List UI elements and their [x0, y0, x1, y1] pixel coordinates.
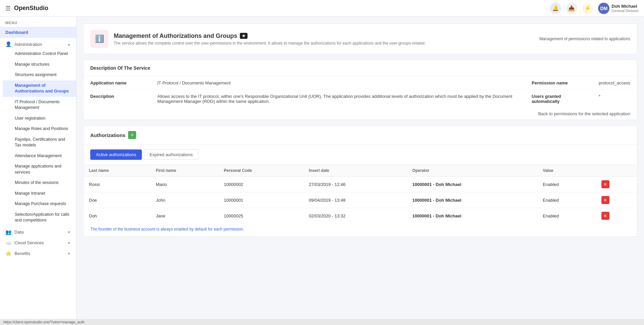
back-to-permissions-link[interactable]: Back to permissions for the selected app…	[538, 111, 630, 116]
sidebar-item-management-auth[interactable]: Management of Authorizations and Groups	[3, 80, 76, 97]
first-name-cell: John	[151, 192, 219, 208]
sidebar-item-admin-control-panel[interactable]: Administration Control Panel	[3, 49, 76, 59]
auth-table-header-row: Last name First name Personal Code Inser…	[84, 165, 637, 177]
auth-table-body: Rossi Mario 10000002 27/03/2019 - 12:46 …	[84, 177, 637, 224]
col-first-name: First name	[151, 165, 219, 177]
auth-title: Authorizations	[90, 132, 125, 138]
sidebar-item-manage-roles[interactable]: Manage Roles and Positions	[3, 124, 76, 134]
auth-tab-bar: Active authorizations Expired authorizat…	[84, 145, 637, 165]
sidebar-item-selection-application[interactable]: Selection/Application for calls and comp…	[3, 209, 76, 226]
cloud-section-label: Cloud Services	[14, 240, 44, 245]
users-granted-value: *	[592, 90, 637, 108]
admin-section-label: Administration	[14, 42, 42, 47]
authorizations-section: Authorizations + Active authorizations E…	[83, 125, 637, 237]
tab-expired-authorizations[interactable]: Expired authorizations	[144, 149, 199, 160]
menu-label: MENU	[0, 17, 76, 27]
footer-note: The founder of the business account is a…	[84, 223, 637, 236]
col-action	[596, 165, 637, 177]
description-section: Description Of The Service Application n…	[83, 60, 637, 120]
personal-code-cell: 10000001	[218, 192, 304, 208]
chevron-down-icon: ▼	[67, 252, 71, 256]
table-row: Doe John 10000001 09/04/2019 - 13:48 100…	[84, 192, 637, 208]
last-name-cell: Rossi	[84, 177, 151, 192]
lightning-icon[interactable]: ⚡	[582, 3, 593, 14]
page-header-right: Management of permissions related to app…	[539, 37, 630, 41]
first-name-cell: Mario	[151, 177, 219, 192]
action-cell: ✕	[596, 208, 637, 224]
table-row: Doh Jane 10000025 02/03/2020 - 13:32 100…	[84, 208, 637, 224]
delete-row-button[interactable]: ✕	[601, 196, 609, 204]
action-cell: ✕	[596, 192, 637, 208]
user-info: Doh Michael General Division	[611, 4, 639, 13]
topnav-right: 🔔 📥 ⚡ DM Doh Michael General Division	[550, 3, 639, 14]
user-menu[interactable]: DM Doh Michael General Division	[598, 3, 639, 14]
users-granted-label: Users granted automatically	[525, 90, 592, 108]
statusbar: https://client.openstudio.one/?view=mana…	[0, 319, 644, 325]
permission-name-label: Permission name	[525, 76, 592, 90]
user-dept: General Division	[611, 9, 639, 13]
col-insert-date: Insert date	[304, 165, 407, 177]
sidebar-item-dashboard[interactable]: Dashboard	[0, 27, 76, 38]
tab-active-authorizations[interactable]: Active authorizations	[90, 149, 142, 160]
info-icon: ℹ️	[95, 35, 104, 43]
desc-row-2: Description Allows access to the IT prot…	[84, 90, 637, 108]
last-name-cell: Doe	[84, 192, 151, 208]
bell-icon[interactable]: 🔔	[550, 3, 561, 14]
sidebar-section-benefits[interactable]: ⭐ Benefits ▼	[0, 247, 76, 258]
benefits-section-label: Benefits	[14, 251, 30, 256]
desc-row-1: Application name IT Protocol / Documents…	[84, 76, 637, 90]
col-operator: Operator	[407, 165, 537, 177]
sidebar-item-manage-applications[interactable]: Manage applications and services	[3, 161, 76, 178]
topnav: ☰ OpenStudio 🔔 📥 ⚡ DM Doh Michael Genera…	[0, 0, 644, 17]
personal-code-cell: 10000025	[218, 208, 304, 224]
sidebar-section-administration[interactable]: 👤 Administration ▲	[0, 38, 76, 49]
avatar: DM	[598, 3, 609, 14]
topnav-left: ☰ OpenStudio	[5, 5, 48, 12]
sidebar-item-it-protocol[interactable]: IT Protocol / Documents Management	[3, 97, 76, 113]
insert-date-cell: 27/03/2019 - 12:46	[304, 177, 407, 192]
description-value: Allows access to the IT protocol, within…	[151, 90, 525, 108]
operator-cell: 10000001 - Doh Michael	[407, 177, 537, 192]
auth-table: Last name First name Personal Code Inser…	[84, 165, 637, 223]
sidebar: MENU Dashboard 👤 Administration ▲ Admini…	[0, 17, 76, 325]
sidebar-section-cloud-services[interactable]: ☁️ Cloud Services ▼	[0, 237, 76, 247]
inbox-icon[interactable]: 📥	[566, 3, 577, 14]
hamburger-icon[interactable]: ☰	[5, 5, 11, 12]
dashboard-label: Dashboard	[5, 30, 28, 35]
page-header-text: Management of Authorizations and Groups …	[114, 32, 534, 46]
sidebar-item-minutes-sessions[interactable]: Minutes of the sessions	[3, 178, 76, 188]
main-content: ℹ️ Management of Authorizations and Grou…	[76, 17, 644, 325]
page-title: Management of Authorizations and Groups …	[114, 32, 534, 40]
permission-name-value: protocol_access	[592, 76, 637, 90]
layout: MENU Dashboard 👤 Administration ▲ Admini…	[0, 17, 644, 325]
page-header-desc: The service allows the complete control …	[114, 41, 534, 46]
col-value: Value	[537, 165, 596, 177]
first-name-cell: Jane	[151, 208, 219, 224]
back-link-row: Back to permissions for the selected app…	[84, 108, 637, 120]
description-title: Description Of The Service	[84, 60, 637, 76]
status-url: https://client.openstudio.one/?view=mana…	[3, 320, 85, 324]
value-cell: Enabled	[537, 208, 596, 224]
sidebar-item-attendance[interactable]: Attendance Management	[3, 151, 76, 161]
table-row: Rossi Mario 10000002 27/03/2019 - 12:46 …	[84, 177, 637, 192]
sidebar-item-user-registration[interactable]: User registration	[3, 113, 76, 124]
sidebar-item-manage-intranet[interactable]: Manage Intranet	[3, 188, 76, 199]
admin-sub-items: Administration Control Panel Manage stru…	[0, 49, 76, 226]
app-name-label: Application name	[84, 76, 151, 90]
sidebar-item-manage-purchase[interactable]: Manage Purchase requests	[3, 199, 76, 209]
sidebar-item-payslips[interactable]: Payslips, Certifications and Tax models	[3, 134, 76, 151]
chevron-down-icon: ▼	[67, 241, 71, 245]
delete-row-button[interactable]: ✕	[601, 212, 609, 220]
value-cell: Enabled	[537, 192, 596, 208]
sidebar-section-data[interactable]: 👥 Data ▼	[0, 226, 76, 237]
col-last-name: Last name	[84, 165, 151, 177]
page-header-card: ℹ️ Management of Authorizations and Grou…	[83, 23, 637, 54]
description-table: Application name IT Protocol / Documents…	[84, 76, 637, 108]
insert-date-cell: 02/03/2020 - 13:32	[304, 208, 407, 224]
auth-table-head: Last name First name Personal Code Inser…	[84, 165, 637, 177]
sidebar-item-structures-assignment[interactable]: Structures assignment	[3, 70, 76, 80]
add-authorization-button[interactable]: +	[128, 131, 136, 139]
operator-cell: 10000001 - Doh Michael	[407, 208, 537, 224]
sidebar-item-manage-structures[interactable]: Manage structures	[3, 59, 76, 70]
delete-row-button[interactable]: ✕	[601, 180, 609, 188]
